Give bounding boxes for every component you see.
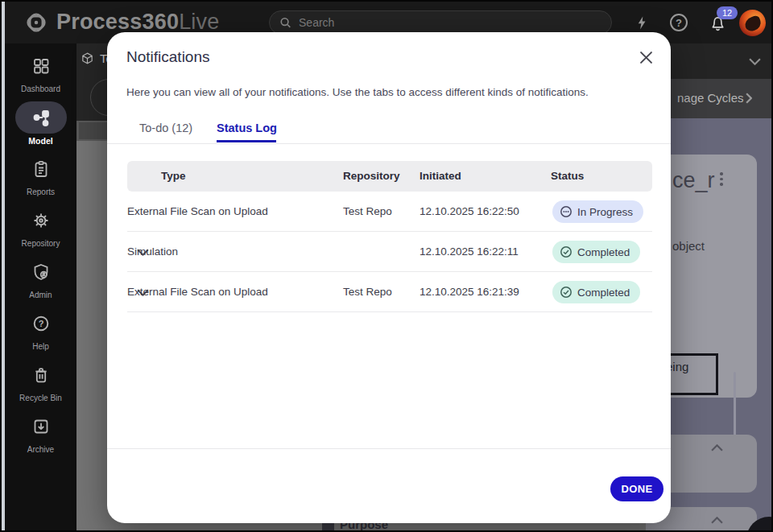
chevron-up-icon[interactable] — [711, 517, 723, 524]
completed-icon — [560, 245, 573, 258]
app-window: Te Purpose nage Cycles ce_r object y bei… — [0, 0, 773, 532]
cell-type: Simulation — [127, 245, 178, 258]
table-header-row: Type Repository Initiated Status — [127, 161, 652, 192]
sidebar-item-reports[interactable]: Reports — [5, 153, 76, 196]
background-panel-header — [671, 43, 773, 79]
background-card-subtitle: object — [672, 239, 705, 253]
background-breadcrumb[interactable]: nage Cycles — [677, 91, 744, 105]
dashboard-icon — [31, 56, 51, 76]
notification-badge: 12 — [717, 6, 738, 19]
table-row: Simulation 12.10.2025 16:22:11 Completed — [127, 232, 652, 272]
divider — [107, 448, 671, 449]
cell-type: External File Scan on Upload — [127, 205, 268, 217]
cell-repository: Test Repo — [343, 205, 392, 217]
sidebar-item-archive[interactable]: Archive — [5, 410, 76, 454]
completed-icon — [560, 286, 573, 299]
chevron-right-icon[interactable] — [746, 93, 752, 104]
sidebar-nav: Dashboard Model Reports Repository Admin… — [5, 43, 76, 530]
column-header-status: Status — [551, 170, 584, 182]
background-card-title: ce_r — [672, 168, 715, 193]
svg-text:?: ? — [38, 319, 43, 328]
archive-icon — [31, 417, 51, 436]
sidebar-item-repository[interactable]: Repository — [5, 204, 76, 248]
cell-type: External File Scan on Upload — [127, 286, 268, 298]
user-avatar[interactable] — [739, 10, 766, 36]
status-badge: Completed — [552, 241, 640, 263]
cube-icon — [81, 52, 94, 65]
status-badge: Completed — [552, 281, 640, 303]
reports-icon — [31, 159, 51, 179]
column-header-initiated: Initiated — [420, 170, 461, 182]
sidebar-item-dashboard[interactable]: Dashboard — [5, 50, 76, 93]
chevron-up-icon[interactable] — [711, 444, 723, 452]
global-search[interactable] — [269, 10, 612, 35]
brand-title: Process360Live — [56, 10, 219, 35]
cell-initiated: 12.10.2025 16:22:11 — [420, 245, 519, 258]
model-icon — [31, 108, 51, 127]
sidebar-item-model[interactable]: Model — [5, 101, 76, 146]
tab-status-log[interactable]: Status Log — [217, 122, 277, 134]
process360-logo-icon — [23, 9, 50, 36]
sidebar-item-label: Repository — [5, 239, 76, 248]
cell-initiated: 12.10.2025 16:22:50 — [420, 205, 519, 217]
cell-repository: Test Repo — [343, 286, 392, 298]
sidebar-item-label: Dashboard — [5, 85, 76, 93]
sidebar-item-label: Recycle Bin — [5, 394, 76, 402]
sidebar-item-label: Reports — [5, 188, 76, 196]
flash-icon[interactable] — [632, 13, 651, 32]
help-icon: ? — [31, 314, 51, 333]
column-header-repository: Repository — [343, 170, 400, 182]
background-properties-panel: ce_r object y being tes. — [671, 118, 773, 530]
in-progress-icon — [560, 205, 573, 218]
sidebar-item-recycle-bin[interactable]: Recycle Bin — [5, 359, 76, 402]
table-row: External File Scan on Upload Test Repo 1… — [127, 272, 652, 312]
column-header-type: Type — [161, 170, 186, 182]
active-tab-indicator — [217, 140, 276, 142]
help-icon[interactable]: ? — [669, 13, 688, 32]
cell-initiated: 12.10.2025 16:21:39 — [420, 286, 519, 298]
modal-description: Here you can view all of your notificati… — [126, 86, 589, 98]
kebab-menu-icon[interactable] — [720, 172, 723, 186]
sidebar-item-label: Archive — [5, 445, 76, 454]
sidebar-item-label: Model — [5, 136, 76, 146]
tab-todo[interactable]: To-do (12) — [139, 122, 192, 134]
close-icon[interactable] — [639, 50, 653, 64]
sidebar-item-label: Help — [5, 342, 76, 351]
divider — [107, 143, 671, 144]
background-breadcrumb-bar: nage Cycles — [671, 79, 773, 118]
repository-icon — [31, 211, 51, 230]
chevron-down-icon[interactable] — [749, 58, 761, 65]
search-icon — [279, 16, 291, 29]
notifications-modal: Notifications Here you can view all of y… — [107, 32, 671, 523]
sidebar-item-help[interactable]: ? Help — [5, 307, 76, 351]
done-button[interactable]: DONE — [610, 476, 663, 501]
table-row: External File Scan on Upload Test Repo 1… — [127, 192, 652, 232]
status-log-table: Type Repository Initiated Status Externa… — [127, 161, 652, 312]
admin-icon — [31, 262, 51, 282]
recycle-bin-icon — [31, 365, 51, 385]
status-badge: In Progress — [552, 200, 643, 223]
window-edge — [2, 2, 5, 530]
search-input[interactable] — [299, 16, 601, 29]
sidebar-item-admin[interactable]: Admin — [5, 256, 76, 299]
sidebar-item-label: Admin — [5, 291, 76, 299]
modal-title: Notifications — [126, 48, 210, 66]
